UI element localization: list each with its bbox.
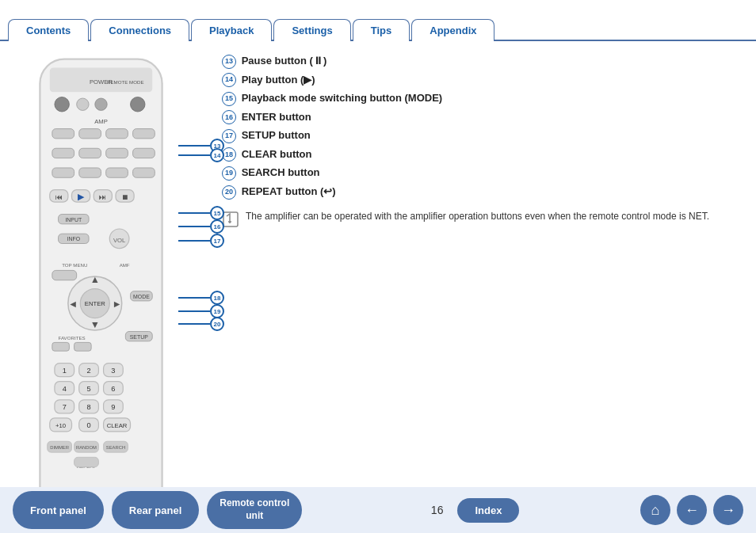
button-item-17: 17 SETUP button xyxy=(222,128,732,143)
svg-text:ENTER: ENTER xyxy=(85,300,106,307)
tab-connections[interactable]: Connections xyxy=(90,19,189,41)
svg-rect-18 xyxy=(79,168,101,177)
svg-point-4 xyxy=(55,97,70,112)
button-item-20: 20 REPEAT button (↩) xyxy=(222,184,732,200)
svg-text:►: ► xyxy=(112,299,121,310)
svg-text:RANDOM: RANDOM xyxy=(76,445,97,450)
tab-appendix[interactable]: Appendix xyxy=(411,19,494,41)
svg-text:3: 3 xyxy=(111,367,115,375)
svg-text:6: 6 xyxy=(111,385,115,393)
svg-text:8: 8 xyxy=(87,403,91,411)
index-button[interactable]: Index xyxy=(457,498,519,523)
rear-panel-button[interactable]: Rear panel xyxy=(112,491,199,528)
svg-text:2: 2 xyxy=(87,367,91,375)
svg-text:1: 1 xyxy=(63,367,67,375)
svg-rect-14 xyxy=(79,148,101,158)
svg-rect-16 xyxy=(133,148,155,158)
svg-text:▶: ▶ xyxy=(78,192,85,201)
svg-text:⏮: ⏮ xyxy=(55,193,63,201)
svg-text:AMP: AMP xyxy=(94,118,108,125)
note-text: The amplifier can be operated with the a… xyxy=(246,209,709,223)
remote-diagram: POWER REMOTE MODE AMP xyxy=(16,49,190,478)
svg-text:TOP MENU: TOP MENU xyxy=(62,262,87,268)
button-item-15: 15 Playback mode switching button (MODE) xyxy=(222,90,732,106)
tab-playback[interactable]: Playback xyxy=(191,19,272,41)
svg-rect-83 xyxy=(74,457,99,466)
remote-control-button[interactable]: Remote controlunit xyxy=(207,491,302,528)
svg-rect-84 xyxy=(223,212,238,227)
svg-text:FAVORITES: FAVORITES xyxy=(59,335,86,341)
button-item-18: 18 CLEAR button xyxy=(222,147,732,162)
svg-text:INPUT: INPUT xyxy=(65,217,82,223)
bottom-left-nav: Front panel Rear panel Remote controluni… xyxy=(13,491,302,528)
svg-text:4: 4 xyxy=(63,385,67,393)
svg-text:VOL: VOL xyxy=(113,237,126,244)
front-panel-button[interactable]: Front panel xyxy=(13,491,104,528)
svg-text:7: 7 xyxy=(63,403,67,411)
svg-rect-15 xyxy=(106,148,128,158)
bottom-bar: Front panel Rear panel Remote controluni… xyxy=(0,487,756,533)
note-box: The amplifier can be operated with the a… xyxy=(222,209,732,232)
back-arrow-button[interactable]: ← xyxy=(677,495,707,525)
svg-text:DIMMER: DIMMER xyxy=(50,445,69,450)
button-item-19: 19 SEARCH button xyxy=(222,165,732,181)
svg-rect-13 xyxy=(52,148,74,158)
button-item-16: 16 ENTER button xyxy=(222,109,732,125)
svg-rect-48 xyxy=(52,342,70,351)
svg-text:9: 9 xyxy=(111,403,115,411)
tab-tips[interactable]: Tips xyxy=(353,19,410,41)
bottom-right-nav: ⌂ ← → xyxy=(640,495,743,525)
page-number: 16 xyxy=(431,504,444,516)
svg-rect-9 xyxy=(52,129,74,139)
svg-text:SEARCH: SEARCH xyxy=(106,445,125,450)
svg-rect-20 xyxy=(133,168,155,177)
svg-text:▲: ▲ xyxy=(90,274,100,285)
home-button[interactable]: ⌂ xyxy=(640,495,670,525)
forward-arrow-icon: → xyxy=(721,502,735,519)
button-item-14: 14 Play button (▶) xyxy=(222,72,732,88)
svg-rect-49 xyxy=(74,342,92,351)
svg-rect-11 xyxy=(106,129,128,139)
tab-contents[interactable]: Contents xyxy=(8,19,89,41)
remote-image: POWER REMOTE MODE AMP xyxy=(28,53,178,533)
bottom-center-nav: 16 Index xyxy=(423,498,520,523)
svg-text:◄: ◄ xyxy=(68,299,78,310)
svg-text:MODE: MODE xyxy=(133,294,150,299)
svg-point-6 xyxy=(95,98,107,110)
button-list: 13 Pause button (⏸) 14 Play button (▶) 1… xyxy=(222,53,732,200)
svg-point-5 xyxy=(77,98,89,110)
svg-rect-36 xyxy=(52,270,77,280)
svg-text:⏭: ⏭ xyxy=(99,193,106,201)
svg-text:CLEAR: CLEAR xyxy=(107,422,128,429)
note-icon xyxy=(222,211,239,232)
svg-text:5: 5 xyxy=(87,385,91,393)
svg-text:REMOTE MODE: REMOTE MODE xyxy=(107,79,144,85)
svg-text:+10: +10 xyxy=(55,422,66,429)
svg-text:⏹: ⏹ xyxy=(121,193,128,201)
svg-rect-19 xyxy=(106,168,128,177)
svg-point-7 xyxy=(131,97,146,112)
top-navigation: Contents Connections Playback Settings T… xyxy=(0,0,756,41)
svg-rect-12 xyxy=(133,129,155,139)
svg-text:▼: ▼ xyxy=(90,319,100,330)
svg-rect-17 xyxy=(52,168,74,177)
svg-text:SETUP: SETUP xyxy=(130,334,148,340)
forward-arrow-button[interactable]: → xyxy=(713,495,743,525)
svg-text:0: 0 xyxy=(87,421,91,429)
button-item-13: 13 Pause button (⏸) xyxy=(222,53,732,69)
button-descriptions: 13 Pause button (⏸) 14 Play button (▶) 1… xyxy=(190,49,740,478)
svg-text:AMF: AMF xyxy=(120,262,130,268)
tab-settings[interactable]: Settings xyxy=(273,19,350,41)
svg-rect-10 xyxy=(79,129,101,139)
home-icon: ⌂ xyxy=(651,502,660,519)
svg-text:INFO: INFO xyxy=(67,236,81,242)
back-arrow-icon: ← xyxy=(685,502,699,519)
main-content: POWER REMOTE MODE AMP xyxy=(0,41,756,485)
